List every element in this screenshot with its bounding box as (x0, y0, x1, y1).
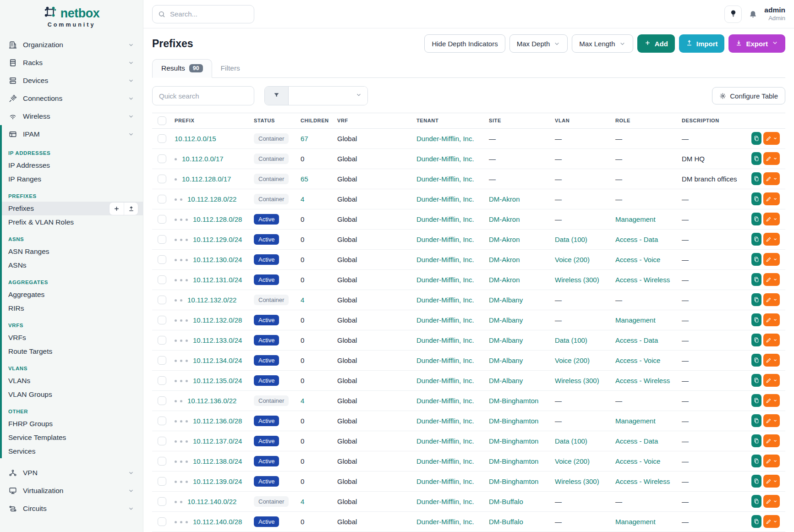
site-link[interactable]: DM-Albany (489, 296, 523, 304)
edit-prefix-button[interactable] (763, 172, 780, 185)
col-header-vlan[interactable]: VLAN (549, 113, 610, 128)
col-header-tenant[interactable]: TENANT (411, 113, 483, 128)
site-link[interactable]: DM-Akron (489, 276, 520, 284)
site-link[interactable]: DM-Albany (489, 377, 523, 384)
col-header-prefix[interactable]: PREFIX (169, 113, 248, 128)
hide-depth-indicators-button[interactable]: Hide Depth Indicators (424, 34, 505, 53)
clone-prefix-button[interactable] (751, 475, 761, 488)
role-link[interactable]: Access - Wireless (615, 276, 670, 284)
site-link[interactable]: DM-Binghamton (489, 417, 538, 425)
tenant-link[interactable]: Dunder-Mifflin, Inc. (416, 195, 474, 203)
prefix-link[interactable]: 10.112.136.0/22 (187, 397, 236, 405)
prefix-link[interactable]: 10.112.140.0/28 (193, 518, 242, 526)
edit-prefix-button[interactable] (763, 273, 780, 286)
edit-prefix-button[interactable] (763, 394, 780, 407)
role-link[interactable]: Access - Data (615, 236, 658, 243)
children-link[interactable]: 4 (301, 195, 304, 203)
sidebar-item-rirs[interactable]: RIRs (2, 302, 143, 315)
children-link[interactable]: 4 (301, 296, 304, 304)
role-link[interactable]: Management (615, 215, 656, 223)
site-link[interactable]: DM-Albany (489, 356, 523, 364)
clone-prefix-button[interactable] (751, 495, 761, 508)
tenant-link[interactable]: Dunder-Mifflin, Inc. (416, 175, 474, 183)
tenant-link[interactable]: Dunder-Mifflin, Inc. (416, 377, 474, 384)
tenant-link[interactable]: Dunder-Mifflin, Inc. (416, 256, 474, 263)
edit-prefix-button[interactable] (763, 495, 780, 508)
brand[interactable]: netbox Community (0, 0, 143, 29)
site-link[interactable]: DM-Albany (489, 336, 523, 344)
role-link[interactable]: Access - Wireless (615, 477, 670, 485)
role-link[interactable]: Management (615, 518, 656, 526)
sidebar-item-vrfs[interactable]: VRFs (2, 331, 143, 345)
prefix-link[interactable]: 10.112.130.0/24 (193, 256, 242, 263)
prefix-link[interactable]: 10.112.128.0/17 (182, 175, 231, 183)
tenant-link[interactable]: Dunder-Mifflin, Inc. (416, 437, 474, 445)
import-button[interactable]: Import (679, 34, 725, 53)
tenant-link[interactable]: Dunder-Mifflin, Inc. (416, 356, 474, 364)
prefix-link[interactable]: 10.112.129.0/24 (193, 236, 242, 243)
row-checkbox[interactable] (158, 215, 166, 224)
row-checkbox[interactable] (158, 255, 166, 264)
site-link[interactable]: DM-Akron (489, 236, 520, 243)
site-link[interactable]: DM-Binghamton (489, 437, 538, 445)
tab-filters[interactable]: Filters (212, 60, 249, 77)
site-link[interactable]: DM-Akron (489, 215, 520, 223)
clone-prefix-button[interactable] (751, 313, 761, 326)
clone-prefix-button[interactable] (751, 354, 761, 367)
row-checkbox[interactable] (158, 396, 166, 405)
max-length-dropdown[interactable]: Max Length (572, 34, 633, 53)
site-link[interactable]: DM-Albany (489, 316, 523, 324)
prefix-link[interactable]: 10.112.136.0/28 (193, 417, 242, 425)
role-link[interactable]: Access - Data (615, 437, 658, 445)
row-checkbox[interactable] (158, 497, 166, 506)
sidebar-item-service-templates[interactable]: Service Templates (2, 431, 143, 444)
edit-prefix-button[interactable] (763, 253, 780, 266)
export-dropdown-button[interactable]: Export (728, 34, 785, 53)
clone-prefix-button[interactable] (751, 414, 761, 427)
col-header-role[interactable]: ROLE (610, 113, 676, 128)
prefix-link[interactable]: 10.112.0.0/15 (175, 135, 216, 143)
clone-prefix-button[interactable] (751, 233, 761, 246)
sidebar-item-vpn[interactable]: VPN (0, 464, 143, 482)
clone-prefix-button[interactable] (751, 334, 761, 346)
sidebar-item-fhrp-groups[interactable]: FHRP Groups (2, 417, 143, 431)
vlan-link[interactable]: Wireless (300) (555, 377, 599, 384)
tenant-link[interactable]: Dunder-Mifflin, Inc. (416, 155, 474, 163)
tenant-link[interactable]: Dunder-Mifflin, Inc. (416, 276, 474, 284)
children-link[interactable]: 65 (301, 175, 308, 183)
children-link[interactable]: 4 (301, 498, 304, 505)
role-link[interactable]: Access - Voice (615, 356, 660, 364)
row-checkbox[interactable] (158, 296, 166, 304)
tenant-link[interactable]: Dunder-Mifflin, Inc. (416, 336, 474, 344)
edit-prefix-button[interactable] (763, 213, 780, 225)
sidebar-item-wireless[interactable]: Wireless (0, 107, 143, 125)
sidebar-item-route-targets[interactable]: Route Targets (2, 345, 143, 358)
clone-prefix-button[interactable] (751, 192, 761, 205)
site-link[interactable]: DM-Buffalo (489, 518, 523, 526)
clone-prefix-button[interactable] (751, 293, 761, 306)
clone-prefix-button[interactable] (751, 394, 761, 407)
tenant-link[interactable]: Dunder-Mifflin, Inc. (416, 215, 474, 223)
prefix-link[interactable]: 10.112.132.0/22 (187, 296, 236, 304)
prefix-link[interactable]: 10.112.138.0/24 (193, 457, 242, 465)
tenant-link[interactable]: Dunder-Mifflin, Inc. (416, 498, 474, 505)
sidebar-item-asns[interactable]: ASNs (2, 258, 143, 272)
clone-prefix-button[interactable] (751, 253, 761, 266)
clone-prefix-button[interactable] (751, 213, 761, 225)
row-checkbox[interactable] (158, 477, 166, 486)
edit-prefix-button[interactable] (763, 233, 780, 246)
children-link[interactable]: 4 (301, 397, 304, 405)
row-checkbox[interactable] (158, 437, 166, 445)
sidebar-item-ip-ranges[interactable]: IP Ranges (2, 172, 143, 186)
edit-prefix-button[interactable] (763, 293, 780, 306)
prefix-link[interactable]: 10.112.139.0/24 (193, 477, 242, 485)
quick-search-input[interactable] (152, 86, 254, 105)
role-link[interactable]: Access - Wireless (615, 377, 670, 384)
tenant-link[interactable]: Dunder-Mifflin, Inc. (416, 135, 474, 143)
quick-add-button[interactable] (110, 203, 124, 215)
tenant-link[interactable]: Dunder-Mifflin, Inc. (416, 316, 474, 324)
role-link[interactable]: Management (615, 316, 656, 324)
col-header-vrf[interactable]: VRF (332, 113, 411, 128)
max-depth-dropdown[interactable]: Max Depth (509, 34, 568, 53)
prefix-link[interactable]: 10.112.132.0/28 (193, 316, 242, 324)
